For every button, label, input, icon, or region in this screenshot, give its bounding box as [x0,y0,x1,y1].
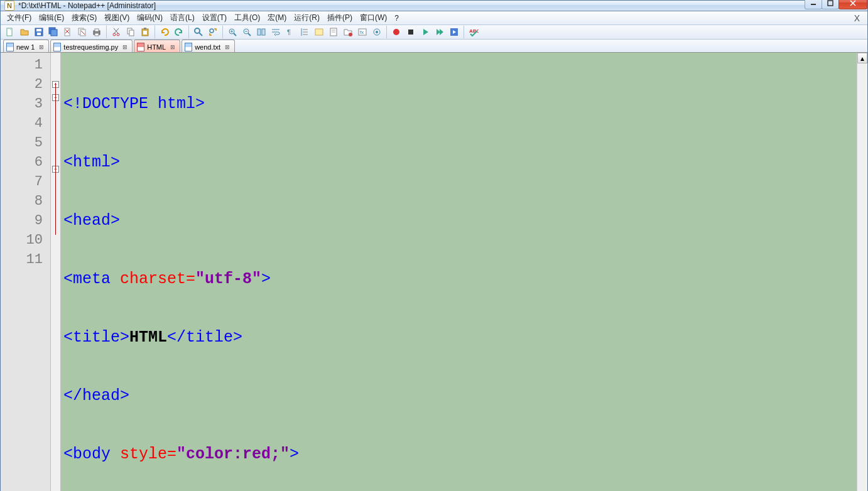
svg-point-54 [376,31,378,33]
copy-icon[interactable] [124,25,138,39]
open-file-icon[interactable] [18,25,31,39]
tab-close-icon[interactable]: ⊠ [224,44,231,50]
svg-text:ABC: ABC [469,28,479,34]
zoom-out-icon[interactable] [240,25,254,39]
titlebar[interactable]: N *D:\txt\HTML - Notepad++ [Administrato… [1,1,867,11]
toolbar-separator [188,26,189,38]
svg-rect-24 [129,30,134,36]
indent-guide-icon[interactable] [298,25,312,39]
svg-rect-39 [262,29,265,35]
window-controls [805,0,867,9]
file-icon [6,43,14,51]
toolbar-separator [222,26,223,38]
macro-stop-icon[interactable] [404,25,418,39]
svg-rect-18 [95,33,99,36]
macro-record-icon[interactable] [389,25,403,39]
menu-settings[interactable]: 设置(T) [198,11,231,24]
doc-map-icon[interactable] [327,25,340,39]
menu-run[interactable]: 运行(R) [290,11,323,24]
file-icon [185,43,192,51]
tab-label: testrequestimg.py [63,43,118,51]
print-icon[interactable] [90,25,104,39]
find-icon[interactable] [192,25,205,39]
tab-label: new 1 [16,43,35,51]
tab-close-icon[interactable]: ⊠ [170,44,176,50]
tab-label: wend.txt [195,43,220,51]
svg-rect-6 [36,29,41,31]
maximize-button[interactable] [822,0,839,9]
menu-search[interactable]: 搜索(S) [68,11,100,24]
macro-play-multi-icon[interactable] [433,25,447,39]
file-icon [53,43,61,51]
toolbar: ¶ fx ABC [1,25,867,40]
svg-rect-46 [315,29,323,35]
tab-wend[interactable]: wend.txt ⊠ [182,40,235,52]
menu-edit[interactable]: 编辑(E) [35,11,68,24]
func-list-icon[interactable]: fx [355,25,369,39]
menubar-close-icon[interactable]: X [849,13,865,23]
tab-html[interactable]: HTML ⊠ [134,40,180,52]
svg-rect-27 [143,31,147,35]
replace-icon[interactable] [206,25,220,39]
svg-line-22 [114,28,118,33]
save-all-icon[interactable] [46,25,60,39]
toolbar-separator [464,26,464,38]
menubar: 文件(F) 编辑(E) 搜索(S) 视图(V) 编码(N) 语言(L) 设置(T… [1,11,867,25]
svg-line-29 [199,33,202,36]
folder-workspace-icon[interactable] [341,25,355,39]
tab-close-icon[interactable]: ⊠ [38,44,45,50]
minimize-button[interactable] [805,0,822,9]
file-icon [137,43,144,51]
scroll-track[interactable] [857,63,867,491]
toolbar-separator [386,26,387,38]
redo-icon[interactable] [172,25,186,39]
macro-play-icon[interactable] [418,25,432,39]
window: N *D:\txt\HTML - Notepad++ [Administrato… [0,0,868,491]
menu-language[interactable]: 语言(L) [166,11,198,24]
svg-point-50 [349,33,352,36]
menu-file[interactable]: 文件(F) [3,11,35,24]
line-number-gutter: 1 2 3 4 5 6 7 8 9 10 11 [1,53,51,491]
menu-encoding[interactable]: 编码(N) [133,11,166,24]
spellcheck-icon[interactable]: ABC [467,25,480,39]
close-all-icon[interactable] [75,25,89,39]
svg-line-37 [248,33,251,36]
window-title: *D:\txt\HTML - Notepad++ [Administrator] [18,1,805,10]
menu-view[interactable]: 视图(V) [100,11,133,24]
tab-label: HTML [147,43,166,51]
menu-plugins[interactable]: 插件(P) [323,11,356,24]
close-button[interactable] [838,0,867,9]
svg-rect-38 [258,29,261,35]
tab-testrequestimg[interactable]: testrequestimg.py ⊠ [50,40,133,52]
svg-text:fx: fx [360,30,364,35]
svg-rect-10 [65,28,70,36]
show-all-chars-icon[interactable]: ¶ [283,25,297,39]
save-icon[interactable] [32,25,46,39]
paste-icon[interactable] [138,25,152,39]
cut-icon[interactable] [109,25,123,39]
user-lang-icon[interactable] [312,25,326,39]
svg-text:¶: ¶ [287,28,291,36]
word-wrap-icon[interactable] [269,25,283,39]
undo-icon[interactable] [158,25,171,39]
sync-view-icon[interactable] [254,25,268,39]
menu-macro[interactable]: 宏(M) [264,11,290,24]
svg-rect-26 [144,28,146,30]
vertical-scrollbar[interactable]: ▴ ▾ [857,53,867,491]
zoom-in-icon[interactable] [225,25,239,39]
svg-point-55 [393,29,399,35]
close-file-icon[interactable] [61,25,75,39]
macro-save-icon[interactable] [447,25,461,39]
monitor-icon[interactable] [370,25,384,39]
tab-new1[interactable]: new 1 ⊠ [3,40,49,52]
svg-point-28 [195,28,200,33]
toolbar-separator [155,26,155,38]
tab-close-icon[interactable]: ⊠ [122,44,128,50]
svg-rect-17 [95,29,99,31]
new-file-icon[interactable] [3,25,17,39]
menu-window[interactable]: 窗口(W) [356,11,391,24]
code-area[interactable]: <!DOCTYPE html> <html> <head> <meta char… [61,53,857,491]
menu-tools[interactable]: 工具(O) [231,11,264,24]
menu-help[interactable]: ? [391,13,403,24]
scroll-up-icon[interactable]: ▴ [857,53,867,63]
